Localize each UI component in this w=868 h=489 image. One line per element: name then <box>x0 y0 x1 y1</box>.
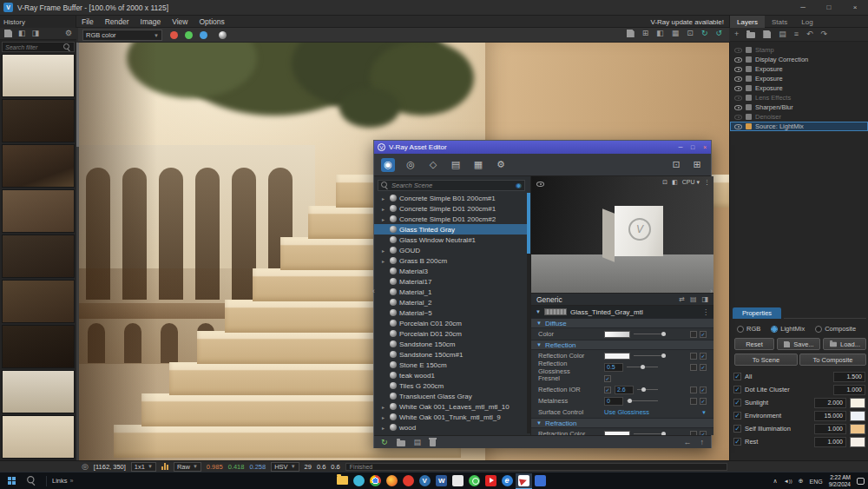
material-item[interactable]: ▸White Oak 001_Leaves_mtl_mtl_10 <box>374 401 527 412</box>
ab-compare-horizontal-icon[interactable]: ◧ <box>18 30 26 37</box>
tab-log[interactable]: Log <box>794 16 819 28</box>
swap-icon[interactable]: ⇄ <box>679 295 685 303</box>
material-item[interactable]: teak wood1 <box>374 370 527 380</box>
value-input[interactable]: 2.6 <box>615 386 634 394</box>
pixel-probe-icon[interactable]: ◎ <box>82 463 89 471</box>
visibility-eye-icon[interactable] <box>734 86 742 91</box>
cpu-mode-dropdown[interactable]: CPU ▾ <box>682 179 700 186</box>
visibility-eye-icon[interactable] <box>734 124 742 129</box>
taskbar-app-edge-blue[interactable] <box>499 473 516 489</box>
menu-image[interactable]: Image <box>141 17 161 26</box>
lightmix-value-input[interactable]: 1.000 <box>814 437 846 447</box>
language-indicator[interactable]: ENG <box>810 479 823 485</box>
load-button[interactable]: Load... <box>823 338 866 350</box>
notification-center-icon[interactable] <box>857 478 865 485</box>
trash-icon[interactable] <box>430 439 436 446</box>
layer-row[interactable]: Stamp <box>730 45 868 55</box>
texture-slot-icon[interactable] <box>690 398 697 405</box>
render-teapot-icon[interactable]: ⊡ <box>669 158 683 172</box>
taskbar-app-sketchup-active[interactable] <box>516 473 532 489</box>
layer-row[interactable]: Lens Effects <box>730 93 868 102</box>
history-thumbnail[interactable] <box>2 54 75 97</box>
preview-eye-icon[interactable] <box>536 182 544 187</box>
material-item[interactable]: Material_2 <box>374 297 527 307</box>
list-icon[interactable]: ▤ <box>690 295 697 303</box>
volume-icon[interactable]: ◄)) <box>784 479 792 484</box>
material-item[interactable]: Sandstone 150cm <box>374 339 527 349</box>
material-item-selected[interactable]: Glass Tinted Gray <box>374 224 527 235</box>
minimize-button[interactable]: ─ <box>790 0 816 16</box>
textures-icon[interactable]: ▦ <box>471 158 485 172</box>
taskbar-app-layout[interactable] <box>532 473 549 489</box>
section-refraction[interactable]: ▼Refraction <box>531 418 713 428</box>
menu-view[interactable]: View <box>172 17 187 26</box>
texture-slot-icon[interactable] <box>690 331 697 338</box>
update-assets-icon[interactable]: ↻ <box>381 439 388 446</box>
taskbar-search-icon[interactable] <box>27 476 36 486</box>
layer-row[interactable]: Exposure <box>730 64 868 74</box>
layer-row[interactable]: Denoiser <box>730 112 868 122</box>
history-search-input[interactable]: Search filter <box>2 42 75 52</box>
layer-row[interactable]: Sharpen/Blur <box>730 102 868 112</box>
material-item[interactable]: Stone E 150cm <box>374 360 527 370</box>
color-swatch[interactable] <box>850 398 865 408</box>
material-item[interactable]: Sandstone 150cm#1 <box>374 349 527 360</box>
maximize-button[interactable]: □ <box>687 141 699 154</box>
checkbox-checked-icon[interactable]: ✓ <box>733 412 741 420</box>
network-icon[interactable]: ⊕ <box>799 478 804 485</box>
mode-radio-composite[interactable]: Composite <box>815 325 856 333</box>
interactive-render-icon[interactable]: ↺ <box>715 30 722 37</box>
tab-stats[interactable]: Stats <box>765 16 794 28</box>
param-slider[interactable] <box>634 433 665 434</box>
panel-collapse-right-icon[interactable]: › <box>710 287 713 295</box>
layer-list-icon[interactable]: ▤ <box>779 30 786 38</box>
material-item[interactable]: ▸wood <box>374 422 527 433</box>
history-settings-icon[interactable]: ⚙ <box>65 30 72 37</box>
asset-search-input[interactable]: Search Scene ◉ <box>378 180 525 191</box>
checkbox-checked-icon[interactable]: ✓ <box>733 425 741 433</box>
taskbar-app-vray[interactable] <box>417 473 433 489</box>
palette-icon[interactable]: ◨ <box>701 295 708 303</box>
save-history-icon[interactable] <box>4 30 12 37</box>
material-name-row[interactable]: ▼ Glass_Tinted_Gray_mtl ⋮ <box>531 306 713 318</box>
checkbox-checked-icon[interactable]: ✓ <box>733 438 741 446</box>
visibility-eye-icon[interactable] <box>734 57 742 63</box>
checkbox-checked-icon[interactable]: ✓ <box>733 373 741 380</box>
texture-slot-icon[interactable] <box>690 353 697 360</box>
texture-slot-icon[interactable] <box>690 364 697 371</box>
lightmix-value-input[interactable]: 2.000 <box>814 398 846 408</box>
up-arrow-icon[interactable]: ↑ <box>700 439 705 446</box>
param-slider[interactable] <box>627 400 658 401</box>
panel-collapse-left-icon[interactable]: ‹ <box>372 287 375 295</box>
ior-checkbox-icon[interactable]: ✓ <box>604 387 611 393</box>
to-scene-button[interactable]: To Scene <box>734 354 798 366</box>
to-composite-button[interactable]: To Composite <box>799 354 866 366</box>
taskbar-app-word[interactable] <box>433 473 450 489</box>
param-checkbox-icon[interactable]: ✓ <box>700 387 707 393</box>
material-item[interactable]: Glass Window Neutral#1 <box>374 235 527 245</box>
green-channel-toggle[interactable] <box>181 29 195 41</box>
visibility-eye-icon[interactable] <box>734 67 742 72</box>
material-item[interactable]: ▸GOUD <box>374 245 527 255</box>
checkbox-checked-icon[interactable]: ✓ <box>733 399 741 406</box>
load-layers-icon[interactable] <box>746 32 755 38</box>
param-slider[interactable] <box>634 355 665 356</box>
alpha-sphere-toggle[interactable] <box>215 29 229 41</box>
history-thumbnail[interactable] <box>2 370 75 413</box>
color-swatch[interactable] <box>850 424 865 434</box>
save-image-icon[interactable] <box>627 30 635 37</box>
blue-channel-toggle[interactable] <box>196 29 210 41</box>
region-render-icon[interactable]: ⊡ <box>687 30 694 37</box>
history-thumbnail[interactable] <box>2 189 75 233</box>
texture-slot-icon[interactable] <box>690 387 697 393</box>
preview-menu-dots-icon[interactable]: ⋮ <box>704 179 710 186</box>
fresnel-checkbox-icon[interactable]: ✓ <box>604 375 611 382</box>
taskbar-app-chrome[interactable] <box>367 473 384 489</box>
material-item[interactable]: Material~5 <box>374 307 527 318</box>
visibility-eye-icon[interactable] <box>734 76 742 82</box>
zoom-dropdown[interactable]: 1x1▼ <box>131 462 156 472</box>
links-chevron-icon[interactable]: » <box>70 478 74 484</box>
undo-icon[interactable]: ↶ <box>806 30 813 38</box>
taskbar-app-file-explorer[interactable] <box>334 473 351 489</box>
links-toolbar[interactable]: Links <box>52 477 68 485</box>
